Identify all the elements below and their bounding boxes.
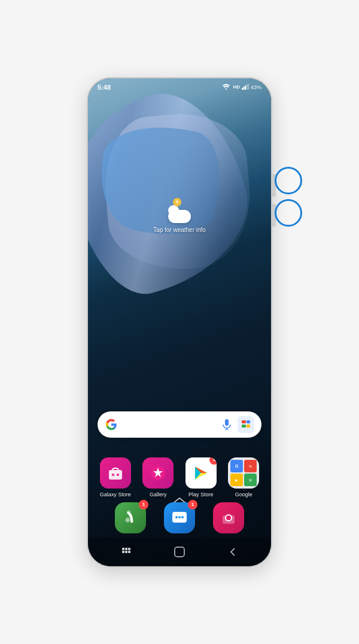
- phone-dock-icon: 1: [115, 502, 146, 533]
- status-bar: 5:48 HD: [88, 78, 271, 96]
- svg-rect-24: [122, 548, 124, 550]
- svg-rect-13: [109, 470, 122, 480]
- nav-recents-button[interactable]: [119, 545, 133, 559]
- svg-rect-6: [225, 419, 229, 426]
- svg-rect-4: [246, 84, 247, 90]
- svg-point-19: [178, 516, 181, 518]
- svg-rect-3: [245, 86, 246, 90]
- app-item-gallery[interactable]: Gallery: [142, 457, 174, 498]
- nav-back-button[interactable]: [226, 545, 240, 559]
- search-mic-icon[interactable]: [218, 416, 235, 433]
- app-grid: Galaxy Store Gallery 1: [88, 457, 271, 498]
- nav-home-button[interactable]: [172, 545, 187, 559]
- signal-icon: [242, 84, 249, 91]
- wifi-icon: [223, 84, 230, 91]
- camera-dock-icon: [213, 502, 244, 533]
- status-time: 5:48: [98, 84, 111, 91]
- app-item-galaxy-store[interactable]: Galaxy Store: [100, 457, 131, 498]
- galaxy-store-label: Galaxy Store: [100, 492, 131, 498]
- svg-rect-30: [175, 547, 184, 557]
- svg-rect-2: [243, 87, 244, 90]
- google-icon: G ✉ ▶ ⊞: [228, 457, 259, 489]
- battery-percentage: 43%: [251, 84, 261, 90]
- play-store-icon: 1: [185, 457, 217, 489]
- svg-point-18: [175, 516, 178, 518]
- svg-point-0: [226, 88, 227, 89]
- svg-point-23: [226, 515, 231, 520]
- svg-rect-28: [125, 551, 127, 553]
- gallery-icon: [142, 457, 174, 489]
- nav-bar: [88, 538, 271, 566]
- dock-item-camera[interactable]: [213, 502, 244, 533]
- volume-up-annotation-circle: [275, 167, 302, 194]
- dock-item-messages[interactable]: 1: [164, 502, 195, 533]
- svg-rect-9: [242, 420, 246, 423]
- svg-rect-10: [247, 420, 250, 423]
- dock-item-phone[interactable]: 1: [115, 502, 146, 533]
- svg-point-20: [181, 516, 184, 518]
- app-item-play-store[interactable]: 1 Play Store: [185, 457, 217, 498]
- phone-shell: 5:48 HD: [87, 77, 272, 567]
- galaxy-store-icon: [100, 457, 131, 489]
- gallery-label: Gallery: [150, 492, 167, 498]
- search-bar[interactable]: [98, 411, 261, 438]
- play-store-badge: 1: [209, 457, 217, 465]
- google-label: Google: [235, 492, 252, 498]
- hd-icon: HD: [233, 84, 240, 90]
- play-store-label: Play Store: [188, 492, 214, 498]
- dock-row: 1 1: [88, 502, 271, 533]
- messages-dock-icon: 1: [164, 502, 195, 533]
- weather-label: Tap for weather info: [153, 227, 206, 233]
- svg-rect-27: [122, 551, 124, 553]
- svg-rect-25: [125, 548, 127, 550]
- messages-badge: 1: [188, 500, 197, 509]
- svg-rect-12: [247, 425, 250, 428]
- svg-rect-1: [242, 88, 243, 90]
- search-lens-icon[interactable]: [238, 416, 254, 433]
- weather-cloud-bump: [168, 205, 179, 216]
- svg-point-14: [112, 474, 114, 476]
- svg-point-15: [117, 474, 119, 476]
- status-icons: HD 43%: [223, 84, 261, 91]
- weather-sun-icon: +: [173, 198, 181, 206]
- svg-rect-11: [242, 425, 246, 428]
- page-container: 5:48 HD: [0, 0, 359, 644]
- app-item-google[interactable]: G ✉ ▶ ⊞ Googl: [228, 457, 259, 498]
- svg-rect-5: [248, 84, 249, 90]
- volume-down-annotation-circle: [275, 199, 302, 227]
- svg-rect-26: [128, 548, 130, 550]
- phone-screen: 5:48 HD: [88, 78, 271, 566]
- phone-badge: 1: [139, 500, 148, 509]
- google-logo-icon: [105, 418, 118, 431]
- svg-rect-29: [128, 551, 130, 553]
- weather-widget[interactable]: + Tap for weather info: [153, 198, 206, 233]
